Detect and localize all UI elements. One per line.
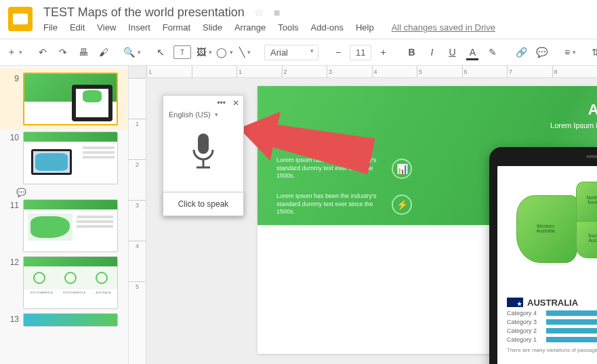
zoom-button[interactable]: 🔍▾ [123,43,141,62]
microphone-button[interactable] [163,121,243,189]
star-icon[interactable]: ☆ [254,7,264,18]
thumb-number: 10 [7,132,19,142]
thumb-row[interactable]: 10 [0,129,128,186]
underline-button[interactable]: U [443,43,461,62]
slide-thumbnail[interactable] [23,132,118,184]
menu-format[interactable]: Format [163,22,190,33]
textbox-tool[interactable]: T [173,45,191,59]
vertical-ruler: 12345 [129,78,146,364]
category-row: Category 14.32.4 [507,336,597,343]
bolt-icon: ⚡ [392,195,412,215]
slide-thumbnail-panel[interactable]: 9 10 💬 11 12 SOUTH [0,66,129,364]
slide-thumbnail[interactable] [23,73,118,125]
state-label: Western Australia [529,224,562,233]
redo-button[interactable]: ↷ [54,43,72,62]
bold-button[interactable]: B [403,43,420,62]
add-comment-button[interactable]: 💬 [533,43,550,62]
paint-format-button[interactable]: 🖌 [95,43,112,62]
menu-insert[interactable]: Insert [128,22,150,33]
italic-button[interactable]: I [423,43,440,62]
menu-bar: File Edit View Insert Format Slide Arran… [43,22,589,33]
insert-link-button[interactable]: 🔗 [512,43,530,62]
slide-thumbnail[interactable]: SOUTH AMERICANORTH AMERICAAUSTRALIA [23,256,118,309]
category-row: Category 33.51.8 [507,319,597,325]
thumb-number: 13 [7,313,19,324]
slide-thumbnail[interactable] [23,199,118,252]
shape-tool[interactable]: ◯▾ [215,43,233,62]
slides-logo-icon[interactable] [8,7,33,31]
line-spacing-button[interactable]: ⇅▾ [590,43,597,62]
australia-flag-icon [507,298,523,307]
voice-typing-popup[interactable]: ••• ✕ English (US)▾ Click to speak [163,95,244,216]
more-options-icon[interactable]: ••• [217,98,226,108]
microphone-icon [187,132,220,173]
country-name: AUSTRALIA [527,298,578,308]
font-size-increase[interactable]: + [374,43,392,62]
close-icon[interactable]: ✕ [232,98,239,108]
new-slide-button[interactable]: ＋▾ [5,43,23,62]
voice-tooltip: Click to speak [163,192,244,216]
comment-indicator-icon[interactable]: 💬 [16,188,128,197]
menu-view[interactable]: View [97,22,116,33]
image-tool[interactable]: 🖼▾ [195,43,213,62]
folder-icon[interactable]: ■ [274,7,281,18]
thumb-row[interactable]: 12 SOUTH AMERICANORTH AMERICAAUSTRALIA [0,254,128,311]
menu-help[interactable]: Help [356,22,374,33]
font-family-select[interactable]: Arial▾ [264,45,318,60]
feature-text-2[interactable]: Lorem Ipsum has been the industry's stan… [276,193,385,216]
menu-edit[interactable]: Edit [70,22,85,33]
category-row: Category 44.52.4 [507,310,597,317]
chart-icon: 📊 [392,159,412,179]
toolbar: ＋▾ ↶ ↷ 🖶 🖌 🔍▾ ↖ T 🖼▾ ◯▾ ╲▾ Arial▾ − 11 +… [0,39,597,66]
menu-arrange[interactable]: Arrange [234,22,266,33]
state-label: Northern Territory [579,195,597,205]
thumb-row[interactable]: 9 [0,68,128,129]
slide-thumbnail[interactable] [23,313,118,327]
title-bar: TEST Maps of the world presentation ☆ ■ … [0,0,597,39]
horizontal-ruler: 112345678 [146,66,597,78]
select-tool[interactable]: ↖ [152,43,169,62]
menu-addons[interactable]: Add-ons [311,22,344,33]
align-button[interactable]: ≡▾ [561,43,579,62]
menu-slide[interactable]: Slide [203,22,222,33]
menu-file[interactable]: File [43,22,58,33]
thumb-number: 12 [7,256,19,267]
undo-button[interactable]: ↶ [34,43,52,62]
font-size-decrease[interactable]: − [329,43,347,62]
tablet-mockup: Western Australia Northern Territory Que… [489,147,597,364]
font-size-input[interactable]: 11 [350,45,371,60]
thumb-number: 11 [7,199,19,210]
highlight-button[interactable]: ✎ [484,43,501,62]
save-status[interactable]: All changes saved in Drive [392,22,495,33]
menu-tools[interactable]: Tools [278,22,298,33]
thumb-number: 9 [7,73,19,83]
text-color-button[interactable]: A [464,43,481,62]
australia-map: Western Australia Northern Territory Que… [497,166,597,292]
print-button[interactable]: 🖶 [75,43,92,62]
thumb-row[interactable]: 13 [0,311,128,329]
thumb-row[interactable]: 11 [0,197,128,254]
document-title[interactable]: TEST Maps of the world presentation [43,5,245,20]
svg-rect-1 [198,134,209,154]
voice-language-select[interactable]: English (US)▾ [163,110,243,121]
chart-note: There are many variations of passages of… [507,347,597,353]
line-tool[interactable]: ╲▾ [236,43,253,62]
category-row: Category 24.4 [507,327,597,334]
state-label: Southern Australia [581,233,597,243]
